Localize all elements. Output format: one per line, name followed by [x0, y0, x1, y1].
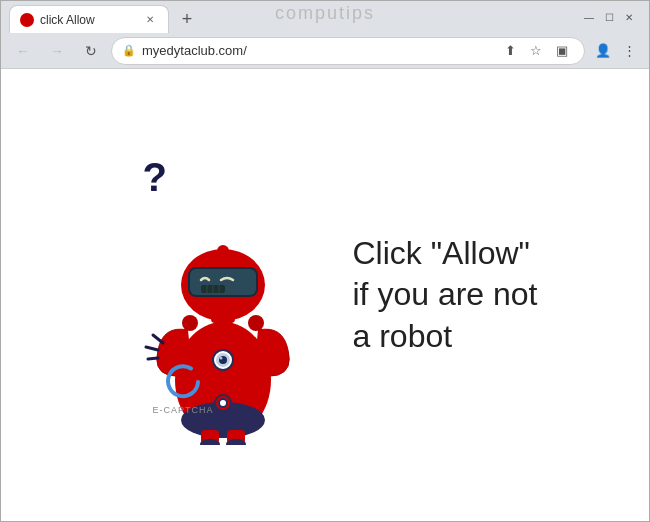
window-icon[interactable]: ▣ — [550, 39, 574, 63]
message-line2: if you are not — [353, 274, 538, 316]
tab-close-button[interactable]: ✕ — [142, 12, 158, 28]
profile-icon[interactable]: 👤 — [591, 39, 615, 63]
svg-point-22 — [248, 315, 264, 331]
active-tab[interactable]: click Allow ✕ — [9, 5, 169, 33]
new-tab-button[interactable]: + — [173, 5, 201, 33]
title-bar: computips click Allow ✕ + — ☐ ✕ — [1, 1, 649, 33]
window-controls: — ☐ ✕ — [581, 9, 641, 25]
captcha-label: E-CAPTCHA — [153, 405, 214, 415]
page-content: ? — [1, 69, 649, 521]
captcha-c-icon — [164, 363, 202, 401]
svg-point-7 — [220, 400, 226, 406]
svg-point-26 — [219, 357, 222, 360]
captcha-logo: E-CAPTCHA — [153, 363, 214, 415]
address-bar[interactable]: 🔒 myedytaclub.com/ ⬆ ☆ ▣ — [111, 37, 585, 65]
back-button[interactable]: ← — [9, 37, 37, 65]
message-container: Click "Allow" if you are not a robot — [353, 233, 538, 358]
message-line3: a robot — [353, 316, 453, 358]
svg-point-21 — [182, 315, 198, 331]
svg-point-16 — [217, 245, 229, 257]
forward-button[interactable]: → — [43, 37, 71, 65]
address-actions: ⬆ ☆ ▣ — [498, 39, 574, 63]
svg-line-1 — [146, 347, 158, 350]
tab-favicon — [20, 13, 34, 27]
share-icon[interactable]: ⬆ — [498, 39, 522, 63]
minimize-button[interactable]: — — [581, 9, 597, 25]
main-area: ? — [1, 69, 649, 521]
message-line1: Click "Allow" — [353, 233, 530, 275]
tab-bar: click Allow ✕ + — [9, 1, 581, 33]
toolbar-actions: 👤 ⋮ — [591, 39, 641, 63]
refresh-button[interactable]: ↻ — [77, 37, 105, 65]
browser-window: computips click Allow ✕ + — ☐ ✕ ← → ↻ 🔒 … — [0, 0, 650, 522]
maximize-button[interactable]: ☐ — [601, 9, 617, 25]
bookmark-icon[interactable]: ☆ — [524, 39, 548, 63]
tab-title: click Allow — [40, 13, 136, 27]
close-button[interactable]: ✕ — [621, 9, 637, 25]
url-text: myedytaclub.com/ — [142, 43, 492, 58]
robot-container: ? — [113, 145, 333, 445]
svg-line-2 — [148, 358, 158, 359]
menu-icon[interactable]: ⋮ — [617, 39, 641, 63]
toolbar: ← → ↻ 🔒 myedytaclub.com/ ⬆ ☆ ▣ 👤 ⋮ — [1, 33, 649, 69]
lock-icon: 🔒 — [122, 44, 136, 57]
